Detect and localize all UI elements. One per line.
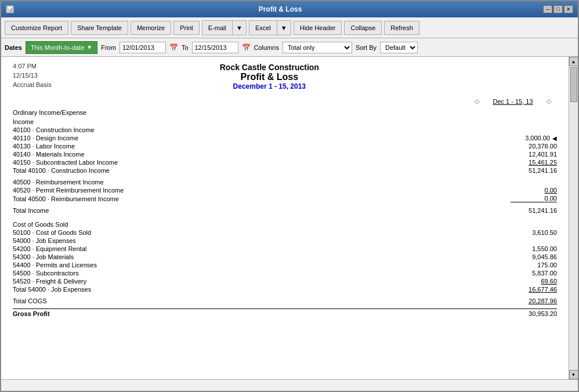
cogs-section-label: Cost of Goods Sold	[13, 221, 68, 228]
materials-income-label: 40140 · Materials Income	[13, 151, 85, 158]
scroll-down-button[interactable]: ▼	[569, 370, 578, 379]
hide-header-button[interactable]: Hide Header	[294, 21, 342, 35]
design-income-value: 3,000.00	[504, 135, 550, 141]
design-income-value-group: 3,000.00 ◀	[504, 135, 557, 141]
scrollbar-track[interactable]	[569, 66, 578, 370]
email-dropdown-button[interactable]: ▼	[233, 21, 246, 35]
meta-spacer	[487, 63, 557, 95]
status-bar	[1, 379, 578, 391]
report-meta: 4:07 PM 12/15/13 Accrual Basis	[13, 63, 52, 95]
report-time: 4:07 PM	[13, 63, 52, 70]
total-income-value: 51,241.16	[511, 207, 557, 214]
date-range-picker[interactable]: This Month-to-date ▼	[26, 41, 97, 54]
vertical-scrollbar: ▲ ▼	[569, 57, 578, 379]
equipment-rental-label: 54200 · Equipment Rental	[13, 245, 86, 252]
scrollbar-thumb[interactable]	[570, 67, 577, 102]
subcontracted-row: 40150 · Subcontracted Labor Income 15,46…	[13, 158, 557, 166]
total-job-expenses-value: 16,677.46	[511, 286, 557, 293]
design-income-arrow: ◀	[552, 135, 557, 141]
window-title: Profit & Loss	[17, 5, 543, 13]
window-icon: 📊	[6, 5, 14, 13]
permit-reimbursement-row: 40520 · Permit Reimbursement Income 0.00	[13, 186, 557, 194]
next-col-nav[interactable]: ◇	[547, 97, 551, 105]
ordinary-income-label: Ordinary Income/Expense	[13, 108, 86, 117]
filter-bar: Dates This Month-to-date ▼ From 📅 To 📅 C…	[1, 38, 578, 57]
permits-licenses-row: 54400 · Permits and Licenses 175.00	[13, 261, 557, 269]
income-label: Income	[13, 118, 34, 125]
col-header: Dec 1 - 15, 13	[484, 98, 542, 105]
email-button[interactable]: E-mail	[202, 21, 233, 35]
labor-income-value: 20,378.00	[511, 143, 557, 150]
job-expenses-label: 54000 · Job Expenses	[13, 237, 76, 244]
print-button[interactable]: Print	[173, 21, 200, 35]
share-template-button[interactable]: Share Template	[71, 21, 128, 35]
total-construction-value: 51,241.16	[511, 167, 557, 174]
to-date-input[interactable]	[192, 42, 238, 53]
collapse-button[interactable]: Collapse	[344, 21, 382, 35]
freight-delivery-row: 54520 · Freight & Delivery 69.60	[13, 277, 557, 285]
close-button[interactable]: ✕	[564, 5, 573, 13]
excel-button[interactable]: Excel	[249, 21, 277, 35]
reimbursement-label: 40500 · Reimbursement Income	[13, 179, 104, 186]
spacer-3	[13, 215, 557, 220]
job-materials-label: 54300 · Job Materials	[13, 253, 74, 260]
cogs-row: 50100 · Cost of Goods Sold 3,610.50	[13, 228, 557, 237]
calendar-icon-from[interactable]: 📅	[169, 43, 178, 52]
excel-dropdown-button[interactable]: ▼	[277, 21, 291, 35]
total-construction-label: Total 40100 · Construction Income	[13, 167, 110, 174]
dates-label: Dates	[5, 44, 22, 51]
customize-report-button[interactable]: Customize Report	[5, 21, 68, 35]
design-income-row: 40110 · Design Income 3,000.00 ◀	[13, 134, 557, 142]
subcontractors-label: 54500 · Subcontractors	[13, 270, 79, 277]
to-label: To	[182, 44, 189, 51]
permits-licenses-label: 54400 · Permits and Licenses	[13, 262, 97, 268]
from-date-input[interactable]	[120, 42, 166, 53]
permit-reimbursement-label: 40520 · Permit Reimbursement Income	[13, 187, 124, 194]
report-basis: Accrual Basis	[13, 81, 52, 88]
from-label: From	[101, 44, 116, 51]
total-income-row: Total Income 51,241.16	[13, 206, 557, 215]
equipment-rental-row: 54200 · Equipment Rental 1,550.00	[13, 245, 557, 253]
memorize-button[interactable]: Memorize	[131, 21, 171, 35]
materials-income-value: 12,401.91	[511, 151, 557, 158]
construction-income-label: 40100 · Construction Income	[13, 126, 95, 133]
gross-profit-label: Gross Profit	[13, 310, 50, 317]
total-reimbursement-row: Total 40500 · Reimbursement Income 0.00	[13, 194, 557, 203]
total-reimbursement-value: 0.00	[511, 195, 557, 202]
sort-by-select[interactable]: Default	[380, 42, 418, 53]
prev-col-nav[interactable]: ◇	[475, 97, 479, 105]
total-job-expenses-label: Total 54000 · Job Expenses	[13, 286, 91, 293]
labor-income-label: 40130 · Labor Income	[13, 143, 75, 150]
columns-select[interactable]: Total only	[283, 42, 352, 53]
date-range-arrow: ▼	[86, 44, 92, 50]
total-job-expenses-row: Total 54000 · Job Expenses 16,677.46	[13, 285, 557, 293]
main-window: 📊 Profit & Loss ─ □ ✕ Customize Report S…	[0, 0, 579, 392]
cogs-section-header: Cost of Goods Sold	[13, 220, 557, 228]
total-income-label: Total Income	[13, 207, 49, 214]
job-materials-value: 9,045.86	[511, 253, 557, 260]
ordinary-income-header: Ordinary Income/Expense	[13, 107, 557, 118]
cogs-label: 50100 · Cost of Goods Sold	[13, 229, 91, 236]
subcontractors-row: 54500 · Subcontractors 5,837.00	[13, 269, 557, 277]
toolbar: Customize Report Share Template Memorize…	[1, 17, 578, 38]
report-title: Profit & Loss	[52, 72, 487, 82]
total-construction-row: Total 40100 · Construction Income 51,241…	[13, 166, 557, 175]
minimize-button[interactable]: ─	[543, 5, 552, 13]
maximize-button[interactable]: □	[553, 5, 563, 13]
sort-by-label: Sort By	[356, 44, 377, 51]
reimbursement-header: 40500 · Reimbursement Income	[13, 178, 557, 186]
permit-reimbursement-value: 0.00	[511, 187, 557, 194]
design-income-label: 40110 · Design Income	[13, 135, 78, 141]
report-table: Ordinary Income/Expense Income 40100 · C…	[13, 107, 557, 318]
report-date-range: December 1 - 15, 2013	[52, 82, 487, 90]
total-reimbursement-label: Total 40500 · Reimbursement Income	[13, 195, 119, 202]
total-cogs-row: Total COGS 20,287.96	[13, 297, 557, 305]
freight-delivery-label: 54520 · Freight & Delivery	[13, 278, 86, 285]
scroll-up-button[interactable]: ▲	[569, 57, 578, 66]
calendar-icon-to[interactable]: 📅	[242, 43, 251, 52]
report-area: 4:07 PM 12/15/13 Accrual Basis Rock Cast…	[1, 57, 569, 379]
gross-profit-row: Gross Profit 30,953.20	[13, 308, 557, 318]
total-cogs-label: Total COGS	[13, 297, 47, 304]
refresh-button[interactable]: Refresh	[384, 21, 419, 35]
subcontractors-value: 5,837.00	[511, 270, 557, 277]
